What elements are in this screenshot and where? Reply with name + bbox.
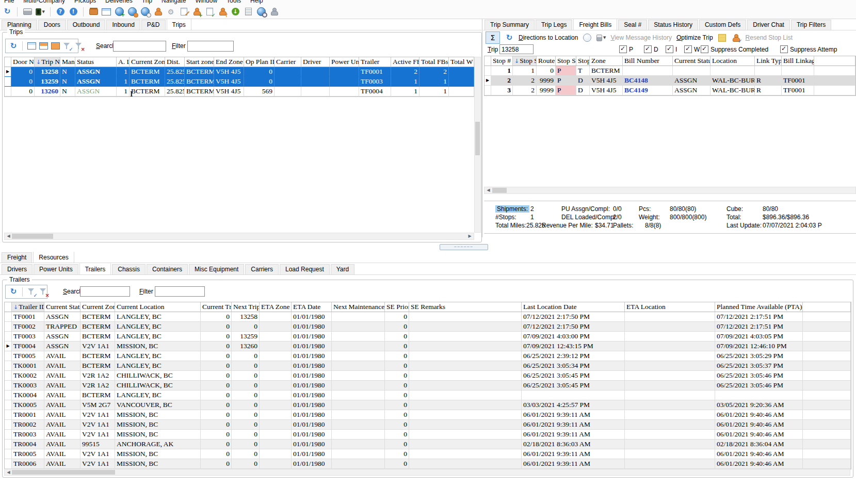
column-header-man[interactable]: Man xyxy=(60,57,75,67)
globe-add-icon[interactable]: + xyxy=(115,7,124,17)
tab-status-history[interactable]: Status History xyxy=(648,20,698,30)
tab-driver-chat[interactable]: Driver Chat xyxy=(747,20,790,30)
subtab-load-request[interactable]: Load Request xyxy=(280,264,330,274)
filter-check-icon[interactable]: ✓ xyxy=(62,41,72,51)
filter-clear-icon[interactable]: × xyxy=(39,287,48,297)
resend-icon[interactable]: ✓ xyxy=(732,33,741,42)
table-row[interactable]: TK0005AVAILV5M 2G7VANCOUVER, BC0001/01/1… xyxy=(5,400,851,410)
subtab-misc-equipment[interactable]: Misc Equipment xyxy=(189,264,244,274)
column-header-eta-date[interactable]: ETA Date xyxy=(292,302,332,312)
column-header-last-location-date[interactable]: Last Location Date xyxy=(522,302,625,312)
column-header-current-status[interactable]: Current Status xyxy=(673,56,710,66)
panel-splitter[interactable] xyxy=(482,19,482,237)
checkbox-box[interactable] xyxy=(701,45,708,53)
column-header-current-zone[interactable]: Current Zone xyxy=(130,57,165,67)
grid-month-icon[interactable] xyxy=(51,41,60,51)
column-header-stop-se[interactable]: ↓Stop Se xyxy=(513,56,537,66)
trips-search-input[interactable] xyxy=(113,41,166,52)
layout-panel-icon[interactable] xyxy=(102,7,111,17)
edit-form-icon[interactable] xyxy=(179,7,188,17)
menu-item-navigate[interactable]: Navigate xyxy=(157,0,191,4)
print-caret-icon[interactable]: ▼ xyxy=(596,33,606,42)
column-header-dist[interactable]: Dist. xyxy=(165,57,185,67)
column-header-bill-linkage[interactable]: Bill Linkage xyxy=(782,56,814,66)
refresh-icon[interactable]: ↻ xyxy=(9,41,18,51)
menu-item-window[interactable]: Window xyxy=(191,0,222,4)
tab-trip-filters[interactable]: Trip Filters xyxy=(791,20,831,30)
scroll-left-icon[interactable]: ◀ xyxy=(5,469,12,476)
table-row[interactable]: TR0001AVAILV2V 1A1MISSION, BC0001/01/198… xyxy=(5,410,851,420)
menu-item-pickups[interactable]: Pickups xyxy=(70,0,101,4)
menu-item-trip[interactable]: Trip xyxy=(138,0,157,4)
column-header-a-lg[interactable]: A. Lg xyxy=(117,57,130,67)
column-header-total-w[interactable]: Total W xyxy=(449,57,474,67)
column-header-current-location[interactable]: Current Location xyxy=(115,302,201,312)
table-row[interactable]: TR0005AVAILV2V 1A1MISSION, BC0001/01/198… xyxy=(5,449,851,459)
table-row[interactable]: TK0004AVAILBCTERMLANGLEY, BC0001/01/1980… xyxy=(5,391,851,400)
refresh-icon[interactable]: ↻ xyxy=(505,33,514,42)
scroll-left-icon[interactable]: ◀ xyxy=(5,233,12,239)
tab-trip-legs[interactable]: Trip Legs xyxy=(536,20,573,30)
menu-item-help[interactable]: Help xyxy=(246,0,268,4)
trip-number-input[interactable] xyxy=(499,44,534,54)
globe-user-icon[interactable] xyxy=(127,7,137,17)
trips-filter-input[interactable] xyxy=(187,41,234,52)
trailers-search-input[interactable] xyxy=(80,286,130,297)
checkbox-box[interactable] xyxy=(684,45,692,53)
subtab-chassis[interactable]: Chassis xyxy=(112,264,146,274)
column-header-next-maintenance[interactable]: Next Maintenance xyxy=(332,302,385,312)
checkbox-suppress-attemp[interactable]: Suppress Attemp xyxy=(780,45,837,53)
refresh-icon[interactable]: ↻ xyxy=(9,287,18,297)
tab-trip-summary[interactable]: Trip Summary xyxy=(484,20,535,30)
table-row[interactable]: 110PTBCTERM xyxy=(484,66,855,76)
table-row[interactable]: TK0003AVAILV2R 1A2CHILLIWACK, BC0001/01/… xyxy=(5,381,851,391)
trips-vertical-scrollbar[interactable] xyxy=(474,57,481,233)
scrollbar-thumb[interactable] xyxy=(492,188,507,193)
globe-clock-icon[interactable] xyxy=(140,7,150,17)
checkbox-box[interactable] xyxy=(644,45,652,53)
subtab-trailers[interactable]: Trailers xyxy=(79,264,111,275)
print-icon[interactable] xyxy=(23,7,32,17)
freight-bills-horizontal-scrollbar[interactable]: ◀ xyxy=(484,187,856,194)
scrollbar-thumb[interactable] xyxy=(475,122,480,155)
horizontal-splitter-handle[interactable]: ────── xyxy=(440,244,488,250)
table-row[interactable]: ▶229999PDV5H 4J5BC4148ASSGNWAL-BC-BURRTF… xyxy=(484,76,855,86)
column-header-active-fbs[interactable]: Active FBs xyxy=(391,57,419,67)
checkbox-w[interactable]: W xyxy=(684,45,700,53)
table-row[interactable]: ▶013258NASSGN1BCTERM25.825BCTERMV5H 4J50… xyxy=(5,67,474,77)
tab-doors[interactable]: Doors xyxy=(38,20,66,30)
user-icon[interactable] xyxy=(153,7,163,17)
checkbox-box[interactable] xyxy=(619,45,627,53)
table-row[interactable]: TF0001ASSGNBCTERMLANGLEY, BC01325801/01/… xyxy=(5,312,851,322)
trailers-filter-input[interactable] xyxy=(155,286,205,297)
clock-icon[interactable] xyxy=(583,33,592,42)
column-header-status[interactable]: Status xyxy=(75,57,117,67)
column-header-end-zone[interactable]: End Zone xyxy=(214,57,244,67)
tab-freight[interactable]: Freight xyxy=(2,252,32,263)
globe-search-icon[interactable] xyxy=(256,7,266,17)
table-row[interactable]: TR0003AVAILV2V 1A1MISSION, BC0001/01/198… xyxy=(5,430,851,440)
column-header-trailer-id[interactable]: ↓Trailer ID xyxy=(12,302,44,312)
user-silhouette-icon[interactable] xyxy=(269,7,279,17)
table-row[interactable]: TR0002AVAILV2V 1A1MISSION, BC0001/01/198… xyxy=(5,420,851,430)
gears-icon[interactable]: ⚙ xyxy=(166,7,175,17)
user-upload-icon[interactable]: ↑ xyxy=(218,7,227,17)
tab-p-d[interactable]: P&D xyxy=(141,20,166,30)
column-header-zone[interactable]: Zone xyxy=(590,56,623,66)
menu-item-tools[interactable]: Tools xyxy=(222,0,246,4)
table-row[interactable]: ▶TF0004ASSGNV2V 1A1MISSION, BC01326001/0… xyxy=(5,342,851,351)
column-header-op-plan-id[interactable]: Op Plan ID xyxy=(244,57,274,67)
grid-day-icon[interactable] xyxy=(27,41,36,51)
column-header-eta-zone[interactable]: ETA Zone xyxy=(260,302,292,312)
menu-item-multi-company[interactable]: Multi-Company xyxy=(19,0,70,4)
info-icon[interactable]: ! xyxy=(69,7,78,17)
menu-item-file[interactable]: File xyxy=(0,0,19,4)
column-header-current-trip[interactable]: Current Trip xyxy=(201,302,232,312)
checkbox-p[interactable]: P xyxy=(619,45,633,53)
table-row[interactable]: TK0001AVAILBCTERMLANGLEY, BC0001/01/1980… xyxy=(5,361,851,371)
toolbar-link-optimize-trip[interactable]: Optimize Trip xyxy=(676,34,713,41)
checkbox-box[interactable] xyxy=(666,45,673,53)
task-check-icon[interactable]: ✓ xyxy=(205,7,214,17)
column-header-route[interactable]: Route xyxy=(537,56,556,66)
toolbar-link-directions-to-location[interactable]: Directions to Location xyxy=(519,34,578,41)
